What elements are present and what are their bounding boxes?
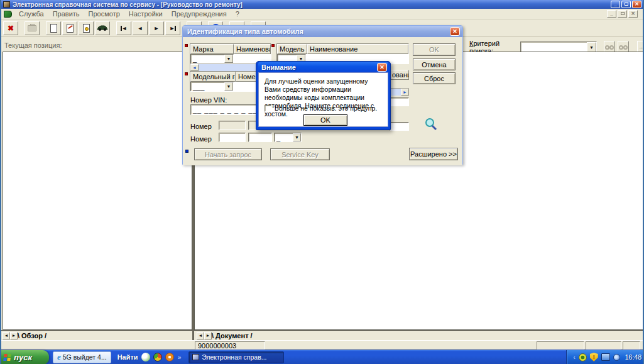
tab-scroll-right-button[interactable]: ►	[10, 332, 18, 339]
mdi-minimize-button[interactable]: _	[607, 10, 616, 18]
nav-last-button[interactable]: ►	[165, 21, 180, 35]
start-button[interactable]: пуск	[0, 350, 49, 364]
reset-button[interactable]: Сброс	[413, 72, 456, 84]
overview-pane[interactable]	[3, 52, 192, 330]
internet-explorer-icon: e	[57, 352, 61, 362]
menu-warnings[interactable]: Предупреждения	[168, 9, 231, 18]
new-document-icon	[50, 24, 57, 33]
right-field-fragment-2[interactable]	[390, 122, 409, 131]
updates-icon[interactable]	[613, 354, 620, 361]
ok-button[interactable]: OK	[413, 43, 456, 56]
menu-service[interactable]: Служба	[15, 9, 48, 18]
menu-edit[interactable]: Править	[49, 9, 84, 18]
mdi-restore-button[interactable]	[618, 10, 627, 18]
search-magnifier-icon[interactable]	[423, 118, 439, 134]
warning-close-button[interactable]: ✕	[377, 63, 387, 72]
restore-button[interactable]	[621, 1, 631, 8]
menu-view[interactable]: Просмотр	[85, 9, 124, 18]
tab-document[interactable]: Документ	[216, 332, 248, 339]
browser-button-label: 5G выйдет 4...	[63, 353, 107, 361]
number-row2-label: Номер	[190, 135, 212, 143]
warning-ok-button[interactable]: OK	[303, 114, 347, 126]
network-status-icon[interactable]	[601, 353, 610, 361]
tray-clock: 16:48	[625, 353, 641, 361]
certificate-document-button[interactable]	[79, 21, 94, 35]
dialog-close-button[interactable]: ✕	[450, 27, 460, 36]
close-button[interactable]: ✕	[632, 1, 641, 8]
chrome-icon[interactable]	[153, 353, 162, 361]
model-name-column-header[interactable]: Наименование	[307, 44, 408, 54]
number-row2-field-1[interactable]	[219, 133, 246, 142]
doc-tab-scroll-right-button[interactable]: ►	[204, 332, 212, 339]
scroll-left-icon[interactable]: ◄	[190, 64, 199, 71]
restore-icon	[625, 3, 628, 6]
menu-settings[interactable]: Настройки	[125, 9, 166, 18]
find-taskbar-button[interactable]: Найти	[117, 353, 138, 361]
dialog-title: Идентификация типа автомобиля	[187, 28, 303, 35]
antivirus-orange-icon[interactable]	[165, 353, 174, 361]
system-tray: ‹ ! 16:48	[566, 350, 644, 364]
menu-help[interactable]: ?	[232, 9, 243, 18]
warning-body: Для лучшей оценки запущенному Вами средс…	[258, 72, 388, 127]
menu-bar: Служба Править Просмотр Настройки Предуп…	[1, 9, 643, 19]
start-request-button[interactable]: Начать запрос	[194, 148, 262, 160]
goto-forward-icon: →+	[638, 44, 644, 50]
document-book-icon[interactable]	[4, 11, 12, 18]
brand-column-header[interactable]: Марка	[190, 44, 234, 54]
app-taskbar-button[interactable]: Электронная справ...	[188, 351, 284, 363]
warning-message: Для лучшей оценки запущенному Вами средс…	[265, 77, 385, 118]
new-document-button[interactable]	[46, 21, 61, 35]
number-combobox[interactable]: _ ▼	[274, 133, 302, 142]
print-button[interactable]	[25, 21, 40, 35]
tab-overview[interactable]: Обзор	[21, 332, 43, 339]
minimize-button[interactable]: _	[611, 1, 620, 8]
exit-button[interactable]: ✖	[3, 21, 18, 35]
browser-taskbar-button[interactable]: e 5G выйдет 4...	[53, 351, 111, 363]
mdi-close-button[interactable]: ✕	[628, 10, 638, 18]
tab-scroll-left-button[interactable]: ◄	[3, 332, 10, 339]
print-icon	[28, 25, 36, 31]
model-year-column-header[interactable]: Модельный год	[190, 72, 236, 82]
number-row1-label: Номер	[190, 123, 212, 130]
dont-show-again-checkbox[interactable]	[265, 105, 271, 112]
application-window: Электронная справочная система по сервис…	[0, 0, 644, 364]
dont-show-again-label: Больше не показыв. это предупр.	[275, 104, 377, 112]
nav-next-button[interactable]: ►	[149, 21, 164, 35]
status-document-id: 9000000003	[195, 341, 265, 350]
certificate-document-icon	[83, 24, 90, 33]
vin-input[interactable]: __ ___ _ _ _ _ ____	[190, 104, 257, 115]
cancel-button[interactable]: Отмена	[413, 58, 456, 70]
antivirus-status-icon[interactable]	[579, 353, 587, 361]
brand-name-column-header[interactable]: Наименование	[234, 44, 271, 54]
vehicle-icon	[97, 25, 108, 31]
vehicle-button[interactable]	[95, 21, 110, 35]
advanced-button[interactable]: Расширено >>	[409, 148, 458, 160]
model-year-combobox[interactable]: ___ ▼	[190, 82, 234, 91]
number-row2-field-2[interactable]	[248, 133, 272, 142]
dialog-title-bar[interactable]: Идентификация типа автомобиля ✕	[183, 26, 462, 37]
required-marker-model	[271, 44, 275, 47]
edit-document-button[interactable]	[62, 21, 77, 35]
service-key-button[interactable]: Service Key	[270, 148, 330, 160]
find-next-binoculars-icon	[619, 45, 628, 50]
number-combo-chevron-down-icon[interactable]: ▼	[293, 133, 301, 141]
warning-title-bar[interactable]: Внимание ✕	[258, 62, 388, 72]
number-row1-field-1[interactable]	[219, 121, 246, 130]
overflow-chevron-icon[interactable]: »	[178, 354, 182, 361]
scroll-right-icon[interactable]: ►	[401, 89, 409, 96]
nav-first-button[interactable]: ◄	[116, 21, 131, 35]
model-year-combo-chevron-down-icon[interactable]: ▼	[224, 82, 233, 91]
name-header-fragment: ование	[390, 70, 409, 80]
nav-previous-button[interactable]: ◄	[133, 21, 148, 35]
chevron-down-icon[interactable]: ▼	[587, 42, 596, 52]
brand-combobox[interactable]: _ ▼	[190, 54, 234, 63]
model-column-header[interactable]: Модель	[277, 44, 307, 54]
right-field-fragment-1[interactable]	[390, 97, 409, 106]
brand-combo-chevron-down-icon[interactable]: ▼	[224, 55, 233, 63]
security-shield-icon[interactable]: !	[590, 353, 598, 361]
doc-tab-scroll-left-button[interactable]: ◄	[197, 332, 204, 339]
required-marker-brand	[185, 44, 188, 47]
utorrent-icon[interactable]	[141, 353, 150, 361]
tray-collapse-arrow-icon[interactable]: ‹	[573, 354, 575, 361]
nav-first-icon: ◄	[121, 25, 128, 31]
